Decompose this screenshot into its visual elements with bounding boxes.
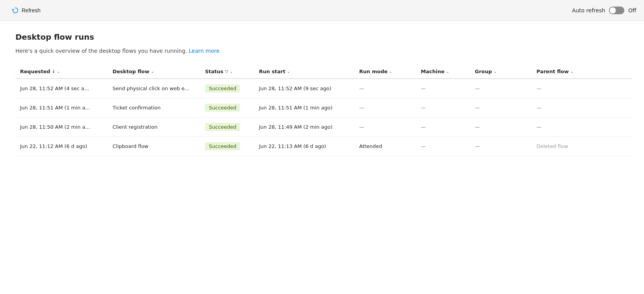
cell-run-start: Jun 22, 11:13 AM (6 d ago)	[254, 137, 355, 156]
page-title: Desktop flow runs	[15, 32, 632, 42]
cell-run-start: Jun 28, 11:49 AM (2 min ago)	[254, 118, 355, 137]
page-description: Here's a quick overview of the desktop f…	[15, 48, 632, 54]
top-bar: Refresh Auto refresh Off	[0, 0, 644, 21]
col-header-run-mode[interactable]: Run mode ⌄	[355, 65, 416, 79]
status-badge: Succeeded	[205, 142, 240, 150]
toggle-state-label: Off	[628, 7, 636, 13]
table-header: Requested ↓ ⌄ Desktop flow ⌄ Status ▽	[15, 65, 632, 79]
cell-status: Succeeded	[200, 118, 254, 137]
cell-group: —	[470, 98, 532, 118]
table-body: Jun 28, 11:52 AM (4 sec a...Send physica…	[15, 79, 632, 156]
table-row[interactable]: Jun 22, 11:12 AM (6 d ago)Clipboard flow…	[15, 137, 632, 156]
cell-requested: Jun 22, 11:12 AM (6 d ago)	[15, 137, 108, 156]
refresh-icon	[12, 7, 18, 14]
cell-parent-flow: —	[532, 98, 632, 118]
cell-machine: —	[416, 118, 470, 137]
cell-group: —	[470, 79, 532, 98]
cell-status: Succeeded	[200, 98, 254, 118]
cell-run-start: Jun 28, 11:51 AM (1 min ago)	[254, 98, 355, 118]
cell-parent-flow: —	[532, 118, 632, 137]
learn-more-link[interactable]: Learn more	[189, 48, 220, 54]
table-row[interactable]: Jun 28, 11:50 AM (2 min a...Client regis…	[15, 118, 632, 137]
cell-run-start: Jun 28, 11:52 AM (9 sec ago)	[254, 79, 355, 98]
status-badge: Succeeded	[205, 84, 240, 92]
chevron-down-icon: ⌄	[446, 69, 449, 74]
cell-group: —	[470, 137, 532, 156]
main-content: Desktop flow runs Here's a quick overvie…	[0, 21, 644, 294]
cell-group: —	[470, 118, 532, 137]
cell-machine: —	[416, 79, 470, 98]
auto-refresh-group: Auto refresh Off	[572, 7, 636, 14]
col-header-parent-flow[interactable]: Parent flow ⌄	[532, 65, 632, 79]
cell-desktop-flow: Send physical click on web e...	[108, 79, 200, 98]
col-header-desktop-flow[interactable]: Desktop flow ⌄	[108, 65, 200, 79]
cell-requested: Jun 28, 11:51 AM (1 min a...	[15, 98, 108, 118]
chevron-down-icon: ⌄	[230, 69, 233, 74]
col-header-group[interactable]: Group ⌄	[470, 65, 532, 79]
cell-desktop-flow: Clipboard flow	[108, 137, 200, 156]
col-header-status[interactable]: Status ▽ ⌄	[200, 65, 254, 79]
cell-status: Succeeded	[200, 79, 254, 98]
refresh-button[interactable]: Refresh	[8, 5, 44, 16]
chevron-down-icon: ⌄	[151, 69, 154, 74]
chevron-down-icon: ⌄	[570, 69, 573, 74]
status-badge: Succeeded	[205, 123, 240, 131]
cell-machine: —	[416, 98, 470, 118]
cell-parent-flow: —	[532, 79, 632, 98]
cell-run-mode: Attended	[355, 137, 416, 156]
refresh-label: Refresh	[22, 7, 40, 13]
chevron-down-icon: ⌄	[287, 69, 290, 74]
cell-run-mode: —	[355, 98, 416, 118]
auto-refresh-toggle[interactable]	[609, 7, 624, 14]
auto-refresh-label: Auto refresh	[572, 7, 605, 13]
cell-run-mode: —	[355, 79, 416, 98]
filter-icon: ▽	[225, 69, 228, 74]
chevron-down-icon: ⌄	[57, 69, 60, 74]
table-row[interactable]: Jun 28, 11:52 AM (4 sec a...Send physica…	[15, 79, 632, 98]
cell-requested: Jun 28, 11:52 AM (4 sec a...	[15, 79, 108, 98]
cell-parent-flow: Deleted flow	[532, 137, 632, 156]
chevron-down-icon: ⌄	[494, 69, 497, 74]
table-row[interactable]: Jun 28, 11:51 AM (1 min a...Ticket confi…	[15, 98, 632, 118]
cell-desktop-flow: Client registration	[108, 118, 200, 137]
cell-run-mode: —	[355, 118, 416, 137]
sort-icon: ↓	[52, 69, 55, 74]
col-header-machine[interactable]: Machine ⌄	[416, 65, 470, 79]
cell-machine: —	[416, 137, 470, 156]
col-header-requested[interactable]: Requested ↓ ⌄	[15, 65, 108, 79]
cell-requested: Jun 28, 11:50 AM (2 min a...	[15, 118, 108, 137]
flow-runs-table: Requested ↓ ⌄ Desktop flow ⌄ Status ▽	[15, 65, 632, 156]
status-badge: Succeeded	[205, 104, 240, 112]
cell-desktop-flow: Ticket confirmation	[108, 98, 200, 118]
cell-status: Succeeded	[200, 137, 254, 156]
col-header-run-start[interactable]: Run start ⌄	[254, 65, 355, 79]
chevron-down-icon: ⌄	[389, 69, 392, 74]
